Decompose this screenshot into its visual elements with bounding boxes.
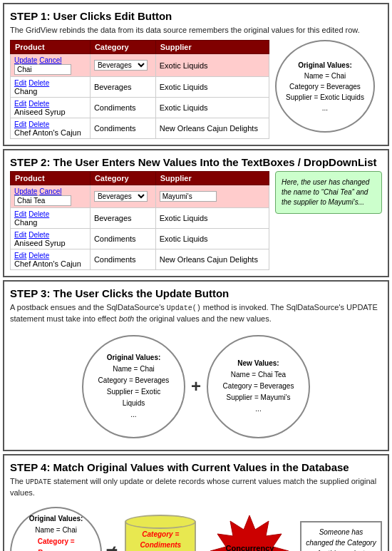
step3-title: STEP 3: The User Clicks the Update Butto…: [10, 287, 382, 299]
cancel-link[interactable]: Cancel: [39, 56, 61, 64]
col2-header-product: Product: [11, 172, 91, 185]
step2-green-note: Here, the user has changed the name to “…: [275, 171, 382, 214]
edit-link-s2-3[interactable]: Edit: [14, 231, 26, 239]
step4-section: STEP 4: Match Original Values with Curre…: [3, 454, 389, 551]
step2-grid: Product Category Supplier Update Cancel: [10, 171, 269, 270]
step1-section: STEP 1: User Clicks Edit Button The Grid…: [3, 3, 389, 146]
neq-icon: ≠: [106, 542, 117, 551]
step4-desc: The UPDATE statement will only update or…: [10, 476, 382, 498]
row3-category: Condiments: [90, 98, 155, 118]
edit-link-s2-2[interactable]: Edit: [14, 210, 26, 218]
col-header-product: Product: [11, 41, 91, 54]
category-select-s2[interactable]: Beverages: [94, 191, 148, 202]
step1-table: Product Category Supplier Update Cancel: [10, 40, 269, 139]
step1-title: STEP 1: User Clicks Edit Button: [10, 10, 382, 22]
concurrency-text: Concurrency Violation!!: [226, 543, 274, 551]
step1-original-values-circle: Original Values: Name = Chai Category = …: [275, 40, 375, 133]
step4-title: STEP 4: Match Original Values with Curre…: [10, 461, 382, 473]
edit-link-3[interactable]: Edit: [14, 100, 26, 108]
concurrency-starburst: Concurrency Violation!!: [210, 514, 289, 551]
delete-link-4[interactable]: Delete: [29, 120, 49, 128]
step4-cylinder: Name = Chai Category = Condiments Suppli…: [122, 515, 200, 551]
row1s2-supplier: [155, 185, 269, 208]
delete-link-s2-4[interactable]: Delete: [29, 252, 49, 259]
row4s2-category: Condiments: [90, 249, 155, 270]
update-link[interactable]: Update: [14, 56, 37, 64]
step2-title: STEP 2: The User Enters New Values Into …: [10, 156, 382, 168]
table-row: Edit Delete Chang Beverages Exotic Liqui…: [11, 77, 269, 98]
step3-section: STEP 3: The User Clicks the Update Butto…: [3, 280, 389, 450]
table-row: Edit Delete Aniseed Syrup Condiments Exo…: [11, 229, 269, 249]
row3-supplier: Exotic Liquids: [155, 98, 269, 118]
row1-supplier: Exotic Liquids: [155, 54, 269, 77]
row1-action-product: Update Cancel: [11, 54, 91, 77]
edit-link-s2-4[interactable]: Edit: [14, 252, 26, 259]
delete-link-2[interactable]: Delete: [29, 79, 49, 87]
step1-grid: Product Category Supplier Update Cancel: [10, 40, 269, 139]
row4-category: Condiments: [90, 118, 155, 139]
table-row: Edit Delete Chef Anton's Cajun Condiment…: [11, 249, 269, 270]
step1-side-note: Original Values: Name = Chai Category = …: [275, 40, 382, 133]
row2s2-action: Edit Delete Chang: [11, 208, 91, 229]
cancel-link-s2[interactable]: Cancel: [39, 187, 61, 195]
step4-original-circle: Original Values: Name = Chai Category = …: [10, 507, 102, 551]
step3-content: Original Values: Name = Chai Category = …: [10, 329, 382, 444]
row1-category: Beverages: [90, 54, 155, 77]
row3s2-supplier: Exotic Liquids: [155, 229, 269, 249]
step2-section: STEP 2: The User Enters New Values Into …: [3, 149, 389, 277]
step2-table: Product Category Supplier Update Cancel: [10, 171, 269, 270]
row3s2-action: Edit Delete Aniseed Syrup: [11, 229, 91, 249]
row4s2-supplier: New Orleans Cajun Delights: [155, 249, 269, 270]
table-row: Edit Delete Chef Anton's Cajun Condiment…: [11, 118, 269, 139]
plus-icon: +: [191, 376, 201, 396]
row3-action: Edit Delete Aniseed Syrup: [11, 98, 91, 118]
step3-new-circle: New Values: Name = Chai Tea Category = B…: [207, 335, 310, 438]
step3-original-circle: Original Values: Name = Chai Category = …: [82, 335, 185, 438]
row2s2-supplier: Exotic Liquids: [155, 208, 269, 229]
product-input-s2[interactable]: [14, 195, 71, 206]
changed-note: Someone has changed the Category for thi…: [300, 521, 382, 551]
step2-content: Product Category Supplier Update Cancel: [10, 171, 382, 270]
edit-link-2[interactable]: Edit: [14, 79, 26, 87]
delete-link-s2-3[interactable]: Delete: [29, 231, 49, 239]
supplier-input-s2[interactable]: [160, 191, 217, 202]
step1-content: Product Category Supplier Update Cancel: [10, 40, 382, 139]
row3s2-category: Condiments: [90, 229, 155, 249]
col2-header-supplier: Supplier: [155, 172, 269, 185]
table-row-edit: Update Cancel Beverages: [11, 185, 269, 208]
delete-link-s2-2[interactable]: Delete: [29, 210, 49, 218]
step2-side-note: Here, the user has changed the name to “…: [275, 171, 382, 214]
step1-desc: The GridView rebinds the data from its d…: [10, 25, 382, 36]
row2-category: Beverages: [90, 77, 155, 98]
edit-link-4[interactable]: Edit: [14, 120, 26, 128]
step4-content: Original Values: Name = Chai Category = …: [10, 503, 382, 551]
col-header-supplier: Supplier: [155, 41, 269, 54]
table-row-edit: Update Cancel Beverages Exotic Liquids: [11, 54, 269, 77]
step3-desc: A postback ensues and the SqlDataSource'…: [10, 302, 382, 324]
category-select[interactable]: Beverages: [94, 60, 148, 71]
row1s2-category: Beverages: [90, 185, 155, 208]
row4-action: Edit Delete Chef Anton's Cajun: [11, 118, 91, 139]
row2-supplier: Exotic Liquids: [155, 77, 269, 98]
update-link-s2[interactable]: Update: [14, 187, 37, 195]
product-input[interactable]: [14, 64, 71, 75]
col-header-category: Category: [90, 41, 155, 54]
step4-starburst-wrap: Concurrency Violation!!: [204, 514, 296, 551]
row2-action: Edit Delete Chang: [11, 77, 91, 98]
col2-header-category: Category: [90, 172, 155, 185]
row2s2-category: Beverages: [90, 208, 155, 229]
table-row: Edit Delete Aniseed Syrup Condiments Exo…: [11, 98, 269, 118]
row1s2-action-product: Update Cancel: [11, 185, 91, 208]
table-row: Edit Delete Chang Beverages Exotic Liqui…: [11, 208, 269, 229]
row4-supplier: New Orleans Cajun Delights: [155, 118, 269, 139]
delete-link-3[interactable]: Delete: [29, 100, 49, 108]
row4s2-action: Edit Delete Chef Anton's Cajun: [11, 249, 91, 270]
